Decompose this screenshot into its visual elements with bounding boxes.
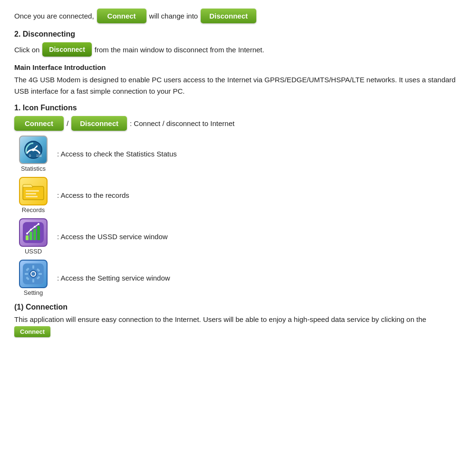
svg-point-15 (30, 229, 32, 231)
svg-rect-7 (26, 193, 36, 194)
svg-point-16 (34, 226, 36, 228)
intro-row: Once you are connected, Connect will cha… (14, 9, 462, 23)
icon-row-records: Records : Access to the records (14, 177, 462, 214)
svg-point-20 (31, 272, 35, 276)
section2-text-after: from the main window to disconnect from … (95, 46, 264, 54)
intro-text-before: Once you are connected, (14, 12, 94, 20)
section-disconnecting: 2. Disconnecting Click on Disconnect fro… (14, 30, 462, 57)
intro-connect-button[interactable]: Connect (97, 9, 146, 23)
section-connection: (1) Connection This application will ens… (14, 303, 462, 337)
statistics-icon: 0 100 (19, 136, 48, 164)
icon-disconnect-button[interactable]: Disconnect (71, 116, 127, 131)
icon-row-ussd: USSD : Access the USSD service window (14, 218, 462, 255)
svg-text:100: 100 (36, 154, 42, 157)
setting-icon (19, 260, 48, 288)
section2-text-before: Click on (14, 46, 39, 54)
svg-rect-13 (37, 226, 40, 240)
svg-rect-23 (25, 273, 28, 275)
statistics-desc: : Access to check the Statistics Status (57, 150, 177, 158)
icon-row-statistics: 0 100 Statistics : Access to check the S… (14, 136, 462, 172)
svg-rect-22 (32, 279, 34, 282)
intro-text-middle: will change into (149, 12, 198, 20)
section2-heading: 2. Disconnecting (14, 30, 462, 39)
connection-connect-button[interactable]: Connect (14, 326, 50, 337)
connect-disconnect-desc: : Connect / disconnect to Internet (130, 119, 234, 127)
svg-rect-10 (26, 235, 29, 240)
icon-row-setting: Setting : Access the Setting service win… (14, 260, 462, 296)
main-interface-heading: Main Interface Introduction (14, 63, 462, 71)
svg-rect-21 (32, 265, 34, 269)
main-interface-description: The 4G USB Modem is designed to enable P… (14, 74, 462, 97)
setting-desc: : Access the Setting service window (57, 274, 170, 282)
section-icon-functions: 1. Icon Functions Connect / Disconnect :… (14, 104, 462, 296)
icon-connect-button[interactable]: Connect (14, 116, 64, 131)
svg-rect-24 (39, 273, 42, 275)
records-label: Records (22, 206, 45, 214)
icon-functions-heading: 1. Icon Functions (14, 104, 462, 112)
svg-point-2 (32, 148, 35, 151)
records-icon (19, 177, 48, 205)
connect-disconnect-row: Connect / Disconnect : Connect / disconn… (14, 116, 462, 131)
connection-text-before: This application will ensure easy connec… (14, 315, 426, 323)
setting-label: Setting (24, 289, 43, 296)
svg-rect-6 (26, 190, 39, 192)
svg-rect-8 (26, 196, 38, 197)
icon-block-setting: Setting (14, 260, 52, 296)
svg-point-17 (38, 223, 39, 225)
intro-disconnect-button[interactable]: Disconnect (201, 9, 256, 23)
ussd-icon (19, 218, 48, 247)
svg-text:0: 0 (29, 154, 31, 157)
section2-disconnect-button[interactable]: Disconnect (42, 42, 91, 57)
svg-rect-11 (29, 232, 32, 240)
statistics-label: Statistics (21, 165, 46, 172)
connection-heading: (1) Connection (14, 303, 462, 311)
icon-block-statistics: 0 100 Statistics (14, 136, 52, 172)
icon-block-records: Records (14, 177, 52, 214)
svg-rect-12 (33, 229, 36, 240)
icon-block-ussd: USSD (14, 218, 52, 255)
connection-row: This application will ensure easy connec… (14, 315, 462, 337)
section2-row: Click on Disconnect from the main window… (14, 42, 462, 57)
svg-point-14 (26, 233, 28, 234)
ussd-desc: : Access the USSD service window (57, 233, 168, 241)
slash-divider: / (67, 119, 68, 127)
records-desc: : Access to the records (57, 191, 129, 199)
section-main-interface: Main Interface Introduction The 4G USB M… (14, 63, 462, 97)
ussd-label: USSD (25, 248, 42, 255)
